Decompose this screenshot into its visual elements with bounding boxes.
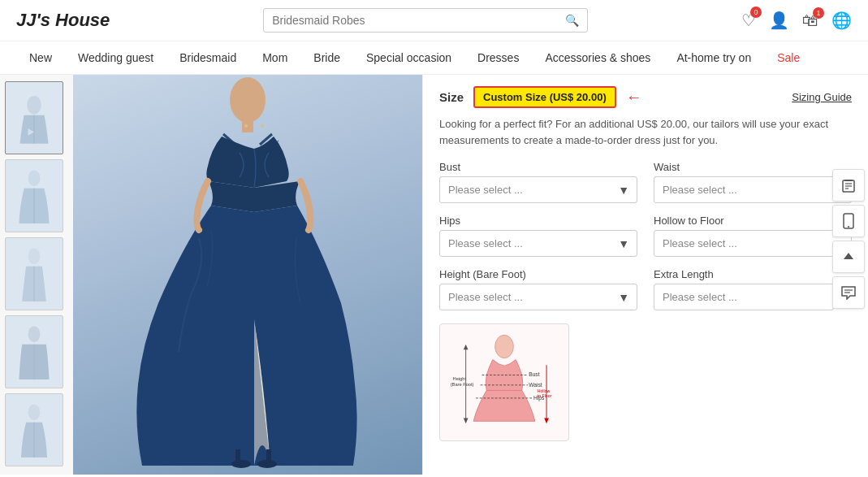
svg-point-43	[848, 226, 849, 228]
svg-point-0	[27, 96, 41, 115]
measurement-chart-thumbnail[interactable]: Bust Waist Hips Height (Bare Foot) Hollo…	[439, 323, 569, 441]
svg-text:Waist: Waist	[529, 381, 542, 387]
nav-item-wedding-guest[interactable]: Wedding guest	[65, 41, 166, 74]
size-label: Size	[439, 90, 464, 104]
height-select[interactable]: Please select ...	[439, 284, 637, 310]
hips-select[interactable]: Please select ...	[439, 230, 637, 257]
thumbnail-2[interactable]	[5, 159, 63, 232]
custom-size-button[interactable]: Custom Size (US$ 20.00)	[473, 86, 616, 108]
svg-text:to Floor: to Floor	[538, 392, 552, 397]
wishlist-badge: 0	[750, 7, 762, 18]
nav-item-at-home-try-on[interactable]: At-home try on	[663, 41, 764, 74]
main-product-image	[73, 75, 422, 475]
svg-text:Height: Height	[453, 376, 467, 381]
waist-select-wrapper: Please select ... ▼	[654, 176, 852, 203]
svg-point-7	[28, 326, 41, 342]
svg-point-17	[231, 460, 251, 468]
svg-marker-27	[464, 418, 469, 423]
svg-marker-29	[544, 418, 549, 423]
arrow-indicator: ←	[626, 88, 642, 106]
account-icon-button[interactable]: 👤	[769, 11, 789, 30]
chat-button[interactable]	[832, 276, 865, 309]
nav-item-bridesmaid[interactable]: Bridesmaid	[166, 41, 249, 74]
extra-length-field: Extra Length Please select ... ▼ ?	[654, 268, 852, 310]
nav-item-new[interactable]: New	[16, 41, 65, 74]
thumbnails	[0, 75, 73, 475]
extra-length-select[interactable]: Please select ...	[654, 284, 834, 310]
svg-point-9	[28, 404, 41, 420]
language-icon-button[interactable]: 🌐	[831, 11, 852, 30]
mobile-button[interactable]	[832, 205, 865, 237]
logo[interactable]: JJ's House	[16, 10, 110, 31]
scroll-top-button[interactable]	[832, 241, 865, 273]
sizing-guide-link[interactable]: Sizing Guide	[792, 91, 852, 103]
bust-label: Bust	[439, 161, 637, 173]
hips-field: Hips Please select ... ▼	[439, 215, 637, 257]
bust-select[interactable]: Please select ...	[439, 176, 637, 203]
svg-marker-26	[464, 344, 469, 349]
height-select-wrapper: Please select ... ▼	[439, 284, 637, 310]
dress-image	[73, 75, 422, 475]
bust-field: Bust Please select ... ▼	[439, 161, 637, 203]
svg-point-16	[261, 124, 264, 128]
bust-select-wrapper: Please select ... ▼	[439, 176, 637, 203]
search-bar: 🔍	[263, 8, 588, 33]
hips-select-wrapper: Please select ... ▼	[439, 230, 637, 257]
svg-text:Bust: Bust	[529, 371, 539, 377]
hollow-to-floor-field: Hollow to Floor Please select ... ▼	[654, 215, 852, 257]
nav-item-mom[interactable]: Mom	[249, 41, 300, 74]
nav-item-accessories-shoes[interactable]: Accessories & shoes	[532, 41, 663, 74]
nav-item-sale[interactable]: Sale	[764, 41, 813, 74]
svg-point-3	[28, 170, 41, 186]
product-images	[0, 75, 422, 475]
hollow-to-floor-select[interactable]: Please select ...	[654, 230, 852, 257]
product-details: Size Custom Size (US$ 20.00) ← Sizing Gu…	[422, 75, 868, 475]
nav-item-bride[interactable]: Bride	[300, 41, 353, 74]
header: JJ's House 🔍 ♡ 0 👤 🛍 1 🌐	[0, 0, 868, 41]
cart-badge: 1	[813, 7, 824, 19]
waist-field: Waist Please select ... ▼	[654, 161, 852, 203]
wishlist-icon-button[interactable]: ♡ 0	[741, 11, 756, 30]
thumbnail-3[interactable]	[5, 237, 63, 310]
svg-rect-20	[266, 449, 271, 466]
custom-size-description: Looking for a perfect fit? For an additi…	[439, 116, 852, 148]
height-label: Height (Bare Foot)	[439, 268, 637, 280]
svg-rect-18	[235, 449, 240, 466]
waist-label: Waist	[654, 161, 852, 173]
search-icon[interactable]: 🔍	[565, 14, 579, 27]
svg-point-15	[244, 124, 248, 128]
search-input[interactable]	[272, 14, 565, 27]
nav-item-special-occasion[interactable]: Special occasion	[353, 41, 464, 74]
thumbnail-4[interactable]	[5, 315, 63, 388]
waist-select[interactable]: Please select ...	[654, 176, 852, 203]
extra-length-select-wrapper: Please select ... ▼ ?	[654, 284, 852, 310]
svg-rect-12	[242, 120, 253, 132]
floating-sidebar	[829, 166, 868, 312]
height-field: Height (Bare Foot) Please select ... ▼	[439, 268, 637, 310]
extra-length-label: Extra Length	[654, 268, 852, 280]
main-nav: New Wedding guest Bridesmaid Mom Bride S…	[0, 41, 868, 75]
svg-point-11	[230, 77, 266, 123]
size-header: Size Custom Size (US$ 20.00) ← Sizing Gu…	[439, 86, 852, 108]
svg-text:(Bare Foot): (Bare Foot)	[451, 381, 474, 386]
header-icons: ♡ 0 👤 🛍 1 🌐	[741, 11, 852, 30]
cart-icon-button[interactable]: 🛍 1	[802, 11, 818, 30]
main-content: Size Custom Size (US$ 20.00) ← Sizing Gu…	[0, 75, 868, 475]
svg-marker-44	[844, 253, 853, 259]
thumbnail-1[interactable]	[5, 81, 63, 154]
svg-point-21	[495, 335, 514, 358]
thumbnail-5[interactable]	[5, 393, 63, 466]
hollow-to-floor-label: Hollow to Floor	[654, 215, 852, 227]
measurements-grid: Bust Please select ... ▼ Waist Please se…	[439, 161, 852, 310]
hollow-to-floor-select-wrapper: Please select ... ▼	[654, 230, 852, 257]
nav-item-dresses[interactable]: Dresses	[464, 41, 532, 74]
hips-label: Hips	[439, 215, 637, 227]
svg-point-5	[28, 248, 41, 264]
clipboard-button[interactable]	[832, 169, 865, 202]
